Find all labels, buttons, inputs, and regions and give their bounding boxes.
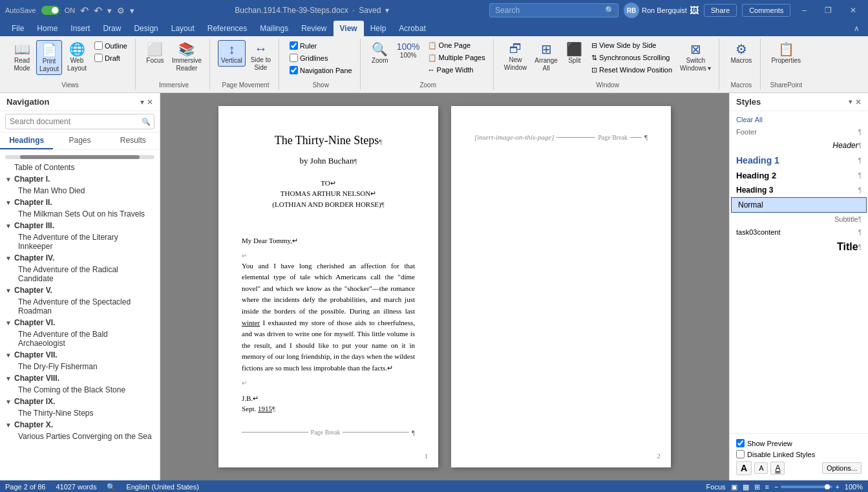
- reset-window-button[interactable]: ⊡ Reset Window Position: [589, 65, 675, 76]
- view-web-icon[interactable]: ⊞: [754, 483, 760, 491]
- tab-draw[interactable]: Draw: [96, 21, 127, 36]
- macros-button[interactable]: ⚙ Macros: [728, 40, 755, 66]
- minimize-button[interactable]: –: [796, 3, 813, 17]
- zoom-out-icon[interactable]: −: [774, 483, 778, 491]
- autosave-toggle[interactable]: [41, 6, 59, 15]
- style-item-title[interactable]: Title ¶: [730, 239, 868, 255]
- synchronous-scrolling-button[interactable]: ⇅ Synchronous Scrolling: [589, 52, 675, 63]
- aa-large-button[interactable]: A: [736, 461, 752, 475]
- side-to-side-button[interactable]: ↔ Side toSide: [248, 40, 273, 73]
- tab-file[interactable]: File: [5, 21, 30, 36]
- view-outline-icon[interactable]: ≡: [765, 483, 769, 491]
- zoom-in-icon[interactable]: +: [835, 483, 839, 491]
- options-button[interactable]: Options...: [822, 462, 862, 474]
- tab-design[interactable]: Design: [127, 21, 164, 36]
- nav-item-ch9-sub[interactable]: The Thirty-Nine Steps: [0, 407, 160, 419]
- proofing-icon[interactable]: 🔍: [107, 483, 116, 491]
- nav-item-ch4[interactable]: ▼ Chapter IV.: [0, 252, 160, 264]
- style-item-footer[interactable]: Footer ¶: [730, 125, 868, 138]
- tab-help[interactable]: Help: [364, 21, 393, 36]
- tab-view[interactable]: View: [333, 21, 364, 36]
- page-width-button[interactable]: ↔ Page Width: [425, 65, 488, 75]
- disable-linked-label[interactable]: Disable Linked Styles: [736, 450, 815, 458]
- nav-search-input[interactable]: [5, 114, 154, 129]
- style-item-heading3[interactable]: Heading 3 ¶: [730, 183, 868, 197]
- view-side-by-side-button[interactable]: ⊟ View Side by Side: [589, 40, 675, 51]
- quick-access-icon[interactable]: ▾: [107, 6, 112, 16]
- comments-button[interactable]: Comments: [742, 4, 790, 17]
- nav-item-ch2[interactable]: ▼ Chapter II.: [0, 197, 160, 208]
- one-page-button[interactable]: 📋 One Page: [425, 40, 488, 51]
- nav-item-ch10[interactable]: ▼ Chapter X.: [0, 419, 160, 431]
- new-window-button[interactable]: 🗗 NewWindow: [502, 40, 530, 73]
- print-layout-button[interactable]: 📄 PrintLayout: [36, 40, 62, 75]
- nav-item-ch8[interactable]: ▼ Chapter VIII.: [0, 372, 160, 384]
- focus-label[interactable]: Focus: [706, 483, 726, 491]
- switch-windows-button[interactable]: ⊠ SwitchWindows ▾: [677, 40, 714, 74]
- style-item-heading2[interactable]: Heading 2 ¶: [730, 168, 868, 183]
- close-button[interactable]: ✕: [843, 3, 863, 17]
- navigation-pane-button[interactable]: Navigation Pane: [287, 65, 355, 76]
- nav-item-ch8-sub[interactable]: The Coming of the Black Stone: [0, 384, 160, 396]
- document-area[interactable]: The Thirty-Nine Steps¶ by John Buchan¶ T…: [160, 93, 729, 480]
- nav-item-ch3-sub[interactable]: The Adventure of the Literary Innkeeper: [0, 231, 160, 252]
- restore-button[interactable]: ❒: [818, 3, 838, 17]
- tab-mailings[interactable]: Mailings: [253, 21, 295, 36]
- tab-acrobat[interactable]: Acrobat: [392, 21, 432, 36]
- nav-item-ch9[interactable]: ▼ Chapter IX.: [0, 396, 160, 407]
- read-mode-button[interactable]: 📖 ReadMode: [10, 40, 34, 74]
- user-menu-icon[interactable]: 🖼: [690, 5, 699, 16]
- draft-button[interactable]: Draft: [92, 52, 130, 63]
- nav-item-ch2-sub[interactable]: The Milkman Sets Out on his Travels: [0, 208, 160, 220]
- style-item-heading1[interactable]: Heading 1 ¶: [730, 153, 868, 168]
- nav-item-ch1[interactable]: ▼ Chapter I.: [0, 173, 160, 185]
- style-item-subtitle[interactable]: Subtitle ¶: [730, 213, 868, 226]
- show-preview-checkbox[interactable]: [736, 439, 745, 447]
- gridlines-button[interactable]: Gridlines: [287, 52, 355, 63]
- undo-icon[interactable]: ↶: [80, 5, 89, 17]
- nav-item-ch4-sub[interactable]: The Adventure of the Radical Candidate: [0, 264, 160, 284]
- view-layout-icon[interactable]: ▦: [743, 483, 749, 491]
- styles-options-icon[interactable]: ▾: [849, 98, 852, 107]
- properties-button[interactable]: 📋 Properties: [768, 40, 803, 66]
- zoom-button[interactable]: 🔍 Zoom: [368, 40, 392, 66]
- nav-item-ch7[interactable]: ▼ Chapter VII.: [0, 349, 160, 361]
- zoom-level[interactable]: 100%: [845, 483, 863, 491]
- nav-item-toc[interactable]: Table of Contents: [0, 162, 160, 173]
- tab-review[interactable]: Review: [295, 21, 333, 36]
- nav-item-ch10-sub[interactable]: Various Parties Converging on the Sea: [0, 431, 160, 442]
- style-item-header[interactable]: Header ¶: [730, 138, 868, 153]
- view-normal-icon[interactable]: ▣: [731, 483, 737, 491]
- gridlines-checkbox[interactable]: [290, 54, 298, 62]
- nav-item-ch6[interactable]: ▼ Chapter VI.: [0, 317, 160, 328]
- tab-insert[interactable]: Insert: [64, 21, 96, 36]
- draft-checkbox[interactable]: [94, 54, 103, 62]
- split-button[interactable]: ⬛ Split: [563, 40, 586, 66]
- outline-checkbox[interactable]: [94, 41, 103, 50]
- aa-clear-button[interactable]: A: [770, 462, 785, 475]
- search-input[interactable]: [489, 3, 619, 17]
- style-item-normal[interactable]: Normal: [731, 197, 867, 213]
- arrange-all-button[interactable]: ⊞ ArrangeAll: [532, 40, 560, 74]
- nav-options-icon[interactable]: ▾: [140, 98, 144, 107]
- nav-close-icon[interactable]: ✕: [147, 98, 153, 107]
- nav-item-ch3[interactable]: ▼ Chapter III.: [0, 220, 160, 231]
- vertical-button[interactable]: ↕ Vertical: [218, 40, 246, 67]
- clear-all-button[interactable]: Clear All: [730, 114, 868, 125]
- tab-references[interactable]: References: [201, 21, 253, 36]
- tab-layout[interactable]: Layout: [165, 21, 201, 36]
- share-button[interactable]: Share: [704, 4, 737, 17]
- undo-icon2[interactable]: ↶: [94, 5, 102, 17]
- multiple-pages-button[interactable]: 📋 Multiple Pages: [425, 52, 488, 63]
- web-layout-button[interactable]: 🌐 WebLayout: [65, 40, 89, 74]
- outline-button[interactable]: Outline: [92, 40, 130, 51]
- zoom-100-button[interactable]: 100% 100%: [394, 40, 423, 61]
- zoom-bar[interactable]: [781, 486, 832, 488]
- tab-pages[interactable]: Pages: [53, 133, 106, 149]
- aa-small-button[interactable]: A: [754, 462, 768, 474]
- disable-linked-checkbox[interactable]: [736, 450, 745, 458]
- nav-item-ch5-sub[interactable]: The Adventure of the Spectacled Roadman: [0, 296, 160, 317]
- more-icon[interactable]: ⚙: [117, 6, 125, 16]
- focus-button[interactable]: ⬜ Focus: [143, 40, 167, 66]
- ribbon-collapse-icon[interactable]: ∧: [851, 21, 863, 36]
